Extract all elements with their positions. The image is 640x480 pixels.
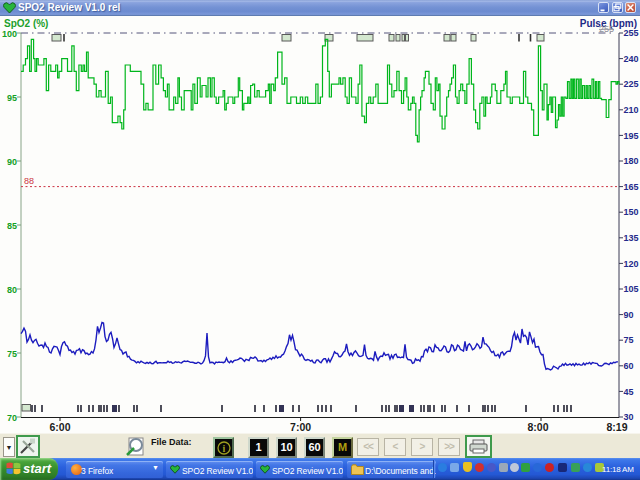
svg-text:75: 75 (7, 349, 17, 359)
svg-text:7:00: 7:00 (290, 421, 311, 433)
svg-text:135: 135 (624, 233, 639, 243)
svg-text:75: 75 (624, 335, 634, 345)
svg-text:8:00: 8:00 (527, 421, 548, 433)
svg-text:255: 255 (624, 28, 639, 38)
svg-text:90: 90 (7, 157, 17, 167)
svg-text:i: i (222, 443, 225, 454)
svg-text:240: 240 (624, 54, 639, 64)
svg-text:120: 120 (624, 259, 639, 269)
svg-text:90: 90 (624, 310, 634, 320)
svg-text:8:19: 8:19 (606, 421, 627, 433)
svg-text:210: 210 (624, 105, 639, 115)
svg-text:100: 100 (2, 29, 17, 39)
svg-text:80: 80 (7, 285, 17, 295)
svg-text:70: 70 (7, 413, 17, 423)
svg-text:195: 195 (624, 131, 639, 141)
svg-text:85: 85 (7, 221, 17, 231)
svg-text:88: 88 (24, 176, 34, 186)
svg-text:6:00: 6:00 (49, 421, 70, 433)
svg-text:95: 95 (7, 93, 17, 103)
svg-text:225: 225 (624, 79, 639, 89)
svg-text:150: 150 (624, 207, 639, 217)
svg-text:105: 105 (624, 284, 639, 294)
svg-text:165: 165 (624, 182, 639, 192)
svg-text:180: 180 (624, 156, 639, 166)
svg-text:45: 45 (624, 387, 634, 397)
svg-text:60: 60 (624, 361, 634, 371)
svg-text:255: 255 (599, 24, 614, 34)
